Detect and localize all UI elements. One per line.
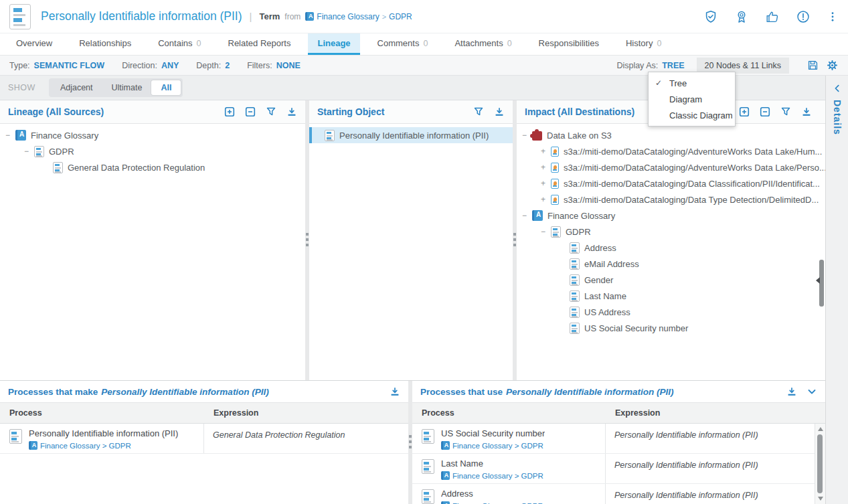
verified-shield-icon[interactable]: [703, 9, 718, 24]
display-as-menu-item[interactable]: Classic Diagram: [649, 107, 735, 123]
process-cell: Last Name Finance Glossary > GDPR: [412, 454, 606, 483]
certification-award-icon[interactable]: [734, 9, 749, 24]
tree-node[interactable]: Address: [517, 240, 825, 256]
breadcrumb-term-link[interactable]: GDPR: [389, 12, 412, 21]
tree-toggle-icon[interactable]: [541, 163, 551, 171]
node-type-icon: [325, 130, 335, 141]
term-object-icon: [9, 4, 31, 29]
download-icon[interactable]: [786, 386, 797, 397]
tree-node[interactable]: Last Name: [517, 288, 825, 304]
process-column-header: Process: [412, 408, 606, 418]
tree-toggle-icon[interactable]: [541, 195, 551, 203]
tab-label: Overview: [16, 38, 52, 48]
tree-toggle-icon[interactable]: [541, 147, 551, 155]
scrollbar-thumb[interactable]: [817, 434, 823, 493]
term-icon: [422, 489, 434, 504]
panel-collapse-arrow-icon[interactable]: [816, 277, 820, 284]
tree-node[interactable]: Data Lake on S3: [517, 127, 825, 143]
filter-icon[interactable]: [473, 106, 484, 117]
tree-node[interactable]: Finance Glossary: [0, 127, 305, 143]
expand-all-icon[interactable]: [739, 106, 750, 117]
splitter-handle[interactable]: [305, 100, 309, 380]
tab[interactable]: Contains 0: [149, 33, 210, 55]
tab[interactable]: Responsibilities: [529, 33, 608, 55]
display-as-menu-item[interactable]: Tree: [649, 75, 735, 91]
lineage-sources-header: Lineage (All Sources): [0, 100, 305, 124]
tab[interactable]: Attachments 0: [445, 33, 521, 55]
node-type-icon: [532, 131, 542, 141]
scroll-up-icon[interactable]: [818, 427, 823, 431]
tab[interactable]: Comments 0: [368, 33, 438, 55]
tab-label: Related Reports: [228, 38, 291, 48]
tab[interactable]: Relationships: [70, 33, 141, 55]
show-option[interactable]: Adjacent: [51, 80, 102, 95]
tree-toggle-icon[interactable]: [541, 179, 551, 187]
show-option[interactable]: Ultimate: [102, 80, 152, 95]
direction-value[interactable]: ANY: [161, 61, 179, 70]
details-panel-collapsed[interactable]: Details: [825, 76, 848, 504]
download-icon[interactable]: [494, 106, 505, 117]
tree-node[interactable]: US Address: [517, 304, 825, 320]
tree-node[interactable]: eMail Address: [517, 256, 825, 272]
process-row[interactable]: Last Name Finance Glossary > GDPR Person…: [412, 454, 815, 484]
table-scrollbar[interactable]: [815, 424, 825, 504]
filters-value[interactable]: NONE: [276, 61, 301, 70]
process-path-link[interactable]: Finance Glossary > GDPR: [441, 441, 545, 450]
display-as-value[interactable]: TREE: [662, 61, 684, 70]
tree-toggle-icon[interactable]: [24, 147, 34, 155]
download-icon[interactable]: [801, 106, 812, 117]
process-path-link[interactable]: Finance Glossary > GDPR: [29, 441, 178, 450]
show-option[interactable]: All: [151, 80, 181, 95]
tree-toggle-icon[interactable]: [541, 228, 551, 236]
tree-node[interactable]: GDPR: [517, 224, 825, 240]
process-name[interactable]: Personally Identifiable information (PII…: [29, 428, 178, 438]
impact-destinations-title: Impact (All Destinations): [525, 106, 634, 117]
process-path-link[interactable]: Finance Glossary > GDPR: [441, 471, 543, 480]
tree-toggle-icon[interactable]: [522, 212, 532, 220]
tab-count: 0: [507, 39, 512, 48]
process-name[interactable]: Last Name: [441, 458, 543, 469]
tree-node[interactable]: Finance Glossary: [517, 207, 825, 224]
process-name[interactable]: Address: [441, 489, 543, 499]
filter-icon[interactable]: [780, 106, 791, 117]
save-icon[interactable]: [807, 59, 819, 72]
collapse-all-icon[interactable]: [760, 106, 770, 117]
tab[interactable]: Lineage: [308, 33, 359, 55]
tree-node[interactable]: US Social Security number: [517, 320, 825, 336]
filter-icon[interactable]: [266, 106, 276, 117]
tree-node[interactable]: Gender: [517, 272, 825, 288]
tab[interactable]: Overview: [7, 33, 62, 55]
tree-toggle-icon[interactable]: [5, 131, 15, 139]
tree-node[interactable]: s3a://miti-demo/DataCataloging/Data Clas…: [517, 175, 825, 191]
display-as-menu-item[interactable]: Diagram: [649, 91, 735, 107]
download-icon[interactable]: [390, 386, 400, 397]
tab[interactable]: History 0: [616, 33, 671, 55]
tree-node[interactable]: GDPR: [0, 143, 305, 159]
tab[interactable]: Related Reports: [219, 33, 301, 55]
splitter-handle[interactable]: [513, 100, 517, 380]
chevron-left-icon[interactable]: [833, 84, 842, 93]
process-name[interactable]: US Social Security number: [441, 428, 545, 438]
download-icon[interactable]: [286, 106, 297, 117]
tree-node[interactable]: s3a://miti-demo/DataCataloging/Data Type…: [517, 191, 825, 207]
process-path-link[interactable]: Finance Glossary > GDPR: [441, 501, 543, 504]
like-thumbs-up-icon[interactable]: [765, 9, 780, 24]
process-row[interactable]: US Social Security number Finance Glossa…: [412, 424, 815, 454]
tree-node[interactable]: s3a://miti-demo/DataCataloging/Adventure…: [517, 143, 825, 159]
scroll-down-icon[interactable]: [818, 497, 823, 501]
process-row[interactable]: Address Finance Glossary > GDPR Personal…: [412, 484, 815, 504]
tree-node[interactable]: Personally Identifiable information (PII…: [309, 127, 513, 143]
breadcrumb-glossary-link[interactable]: Finance Glossary: [317, 12, 379, 21]
type-value[interactable]: SEMANTIC FLOW: [34, 61, 105, 70]
process-row[interactable]: Personally Identifiable information (PII…: [0, 424, 408, 454]
tree-node[interactable]: s3a://miti-demo/DataCataloging/Adventure…: [517, 159, 825, 175]
tree-node[interactable]: General Data Protection Regulation: [0, 159, 305, 175]
expand-all-icon[interactable]: [224, 106, 235, 117]
depth-value[interactable]: 2: [225, 61, 230, 70]
vertical-scrollbar-thumb[interactable]: [819, 260, 824, 307]
issues-alert-icon[interactable]: [796, 9, 811, 24]
collapse-all-icon[interactable]: [245, 106, 256, 117]
collapse-chevron-icon[interactable]: [807, 386, 817, 397]
settings-gear-icon[interactable]: [826, 59, 839, 72]
more-options-icon[interactable]: [827, 9, 839, 24]
